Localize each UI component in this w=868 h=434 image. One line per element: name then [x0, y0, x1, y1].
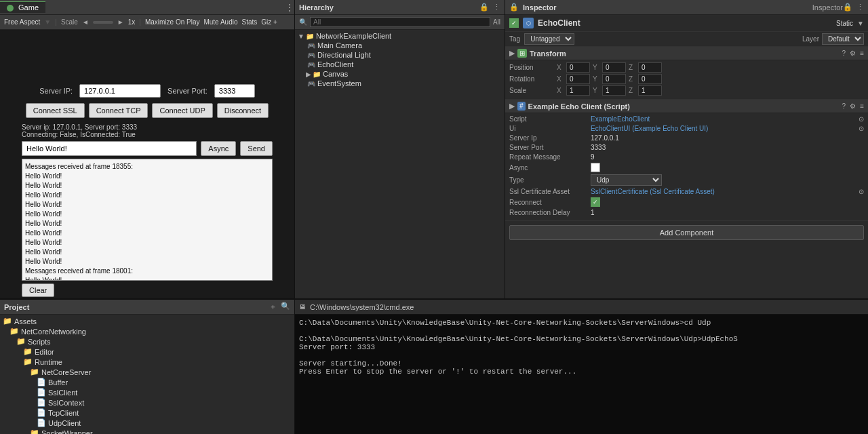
panel-menu[interactable]: ⋮: [285, 2, 294, 13]
rotation-x[interactable]: [566, 74, 590, 84]
server-port-field-label: Server Port: [509, 144, 591, 151]
transform-settings-icon[interactable]: ⚙: [850, 50, 856, 57]
rotation-y[interactable]: [602, 74, 626, 84]
message-input[interactable]: [22, 141, 197, 156]
ui-circle-icon[interactable]: ⊙: [859, 125, 864, 132]
async-checkbox[interactable]: [591, 163, 600, 172]
reconnect-checkbox[interactable]: ✓: [591, 197, 600, 207]
connect-tcp-button[interactable]: Connect TCP: [89, 103, 149, 118]
ui-label: Ui: [509, 125, 591, 132]
log-line: Hello World!: [25, 248, 269, 257]
hierarchy-lock-icon[interactable]: 🔒: [479, 3, 489, 12]
scale-y[interactable]: [602, 85, 626, 96]
game-tab[interactable]: Game: [0, 1, 45, 13]
tag-dropdown[interactable]: Untagged: [524, 33, 574, 45]
position-x[interactable]: [566, 62, 590, 73]
project-item-editor[interactable]: 📁 Editor: [1, 347, 293, 357]
project-title: Project: [4, 303, 269, 311]
log-line: Hello World!: [25, 191, 269, 200]
mute-audio[interactable]: Mute Audio: [203, 18, 237, 26]
ui-value: EchoClientUI (Example Echo Client UI): [591, 125, 859, 132]
project-item-runtime[interactable]: 📁 Runtime: [1, 357, 293, 367]
tag-label: Tag: [509, 35, 520, 43]
hierarchy-item-main-camera[interactable]: 🎮 Main Camera: [295, 41, 505, 50]
ssl-cert-circle-icon[interactable]: ⊙: [859, 188, 864, 195]
scale-label: Scale: [61, 18, 78, 26]
project-search-icon[interactable]: 🔍: [281, 302, 290, 312]
tree-arrow: ▼: [298, 33, 304, 40]
async-field-label: Async: [509, 164, 591, 172]
server-ip-label: Server IP:: [39, 87, 73, 95]
aspect-dropdown[interactable]: Free Aspect: [4, 18, 40, 26]
scale-z[interactable]: [638, 85, 662, 96]
folder-icon: 📁: [23, 357, 33, 366]
script-settings-icon[interactable]: ⚙: [850, 102, 856, 110]
async-button[interactable]: Async: [201, 141, 236, 156]
connect-udp-button[interactable]: Connect UDP: [152, 103, 212, 118]
hierarchy-item-directional-light[interactable]: 🎮 Directional Light: [295, 50, 505, 60]
repeat-message-label: Repeat Message: [509, 153, 591, 161]
stats-btn[interactable]: Stats: [242, 18, 258, 26]
hierarchy-item-echoclient[interactable]: 🎮 EchoClient: [295, 60, 505, 69]
script-info-icon[interactable]: ?: [842, 102, 846, 110]
project-item-label: Buffer: [48, 378, 68, 387]
maximize-on-play[interactable]: Maximize On Play: [145, 18, 200, 26]
inspector-lock-icon[interactable]: 🔒: [509, 3, 519, 12]
project-item-label: Editor: [35, 348, 54, 356]
log-line: Messages received at frame 18355:: [25, 162, 269, 172]
scale-x[interactable]: [566, 85, 590, 96]
hierarchy-item-networkexampleclient[interactable]: ▼ 📁 NetworkExampleClient: [295, 31, 505, 41]
cmd-title: C:\Windows\system32\cmd.exe: [310, 303, 864, 311]
project-item-tcpclient[interactable]: 📄 TcpClient: [1, 408, 293, 418]
project-item-scripts[interactable]: 📁 Scripts: [1, 336, 293, 347]
send-button[interactable]: Send: [240, 141, 273, 156]
server-ip-input[interactable]: [79, 84, 161, 98]
project-item-label: NetCoreServer: [41, 368, 91, 376]
project-item-sslclient[interactable]: 📄 SslClient: [1, 387, 293, 397]
project-item-assets[interactable]: 📁 Assets: [1, 316, 293, 326]
project-item-netcorenetworking[interactable]: 📁 NetCoreNetworking: [1, 326, 293, 336]
disconnect-button[interactable]: Disconnect: [217, 103, 269, 118]
hierarchy-item-canvas[interactable]: ▶ 📁 Canvas: [295, 69, 505, 79]
static-dropdown-icon[interactable]: ▼: [857, 20, 864, 27]
hierarchy-item-eventsystem[interactable]: 🎮 EventSystem: [295, 79, 505, 88]
project-item-label: Runtime: [35, 358, 62, 366]
project-item-socketwrapper[interactable]: 📁 SocketWrapper: [1, 428, 293, 434]
project-item-label: SslClient: [48, 389, 77, 397]
server-port-input[interactable]: [214, 84, 255, 98]
script-menu-icon[interactable]: ≡: [860, 102, 864, 110]
project-item-netcoreserver[interactable]: 📁 NetCoreServer: [1, 367, 293, 377]
inspector-tab2[interactable]: Inspector: [812, 3, 843, 12]
project-item-sslcontext[interactable]: 📄 SslContext: [1, 397, 293, 408]
position-z[interactable]: [638, 62, 662, 73]
layer-label: Layer: [802, 35, 819, 43]
clear-button[interactable]: Clear: [22, 283, 54, 297]
project-item-udpclient[interactable]: 📄 UdpClient: [1, 418, 293, 428]
project-tree: 📁 Assets 📁 NetCoreNetworking 📁 Scripts 📁…: [0, 315, 294, 434]
layer-dropdown[interactable]: Default: [822, 33, 864, 45]
server-port-label: Server Port:: [167, 87, 208, 95]
project-add-icon[interactable]: ＋: [269, 302, 277, 312]
project-item-buffer[interactable]: 📄 Buffer: [1, 377, 293, 387]
script-component-header[interactable]: ▶ # Example Echo Client (Script) ? ⚙ ≡: [505, 100, 868, 113]
add-component-button[interactable]: Add Component: [509, 225, 864, 240]
gizmos-btn[interactable]: Giz +: [261, 18, 277, 26]
static-label: Static: [836, 20, 853, 27]
hierarchy-menu-icon[interactable]: ⋮: [493, 3, 500, 12]
object-active-checkbox[interactable]: ✓: [509, 18, 519, 28]
hierarchy-search[interactable]: [310, 17, 490, 27]
status-line2: Connecting: False, IsConnected: True: [22, 131, 273, 138]
transform-info-icon[interactable]: ?: [842, 50, 846, 57]
connect-ssl-button[interactable]: Connect SSL: [26, 103, 85, 118]
script-value: ExampleEchoClient: [591, 115, 859, 123]
inspector-lock2-icon[interactable]: 🔒: [843, 3, 852, 12]
project-item-label: TcpClient: [48, 409, 79, 417]
rotation-z[interactable]: [638, 74, 662, 84]
position-y[interactable]: [602, 62, 626, 73]
type-dropdown[interactable]: Udp: [591, 174, 662, 186]
inspector-menu-icon[interactable]: ⋮: [856, 3, 864, 12]
transform-menu-icon[interactable]: ≡: [860, 50, 864, 57]
folder-icon: 📁: [16, 337, 26, 346]
script-circle-icon[interactable]: ⊙: [859, 115, 864, 123]
transform-header[interactable]: ▶ ⊞ Transform ? ⚙ ≡: [505, 47, 868, 60]
